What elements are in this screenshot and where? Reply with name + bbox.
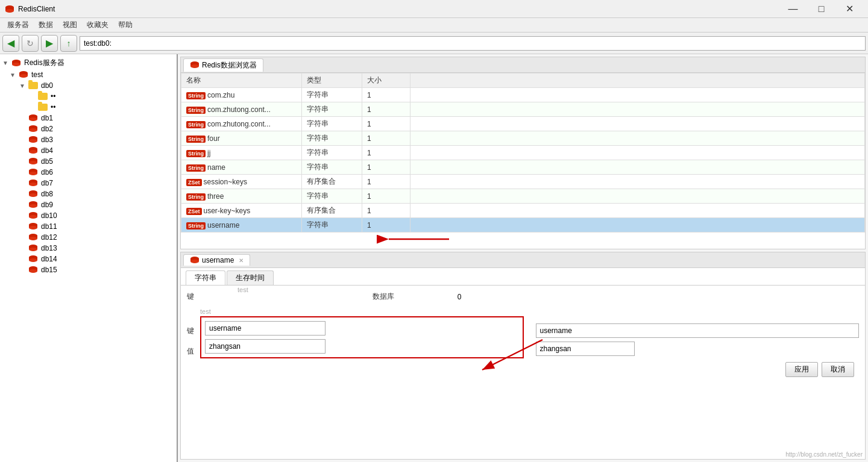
back-button[interactable]: ◀ — [2, 35, 19, 52]
db8-icon — [28, 190, 38, 198]
tree-db9[interactable]: db9 — [0, 199, 177, 210]
subtab-ttl[interactable]: 生存时间 — [227, 270, 274, 285]
tree-db8[interactable]: db8 — [0, 189, 177, 199]
menu-data[interactable]: 数据 — [34, 19, 58, 31]
tree-db13[interactable]: db13 — [0, 243, 177, 254]
subtab-string[interactable]: 字符串 — [186, 270, 225, 285]
apply-button[interactable]: 应用 — [785, 362, 818, 377]
table-row[interactable]: Stringfour 字符串 1 — [181, 131, 865, 146]
table-row[interactable]: Stringcom.zhu 字符串 1 — [181, 88, 865, 102]
table-row[interactable]: ZSetsession~keys 有序集合 1 — [181, 175, 865, 189]
row-name: Stringcom.zhutong.cont... — [181, 102, 302, 117]
row-type: 字符串 — [302, 117, 362, 131]
menu-bar: 服务器 数据 视图 收藏夹 帮助 — [0, 18, 868, 33]
tree-db1[interactable]: db1 — [0, 113, 177, 123]
row-type: 字符串 — [302, 102, 362, 117]
right-panel: Redis数据浏览器 名称 类型 大小 String — [178, 54, 868, 462]
tree-db4[interactable]: db4 — [0, 145, 177, 156]
db4-icon — [28, 146, 38, 155]
row-size: 1 — [362, 175, 410, 189]
row-size: 1 — [362, 88, 410, 102]
forward-button[interactable]: ▶ — [41, 35, 58, 52]
detail-tab[interactable]: username ✕ — [183, 254, 250, 266]
svg-point-47 — [29, 248, 37, 251]
db10-icon — [28, 211, 38, 220]
detail-tab-icon — [190, 256, 200, 264]
folder-icon-2 — [38, 93, 48, 100]
row-type: 有序集合 — [302, 175, 362, 189]
maximize-button[interactable]: □ — [808, 0, 835, 18]
tree-db11[interactable]: db11 — [0, 221, 177, 232]
browser-table: 名称 类型 大小 Stringcom.zhu 字符串 1 Stringcom.z… — [181, 73, 865, 233]
browser-tab[interactable]: Redis数据浏览器 — [183, 58, 263, 72]
svg-point-29 — [29, 183, 37, 186]
tree-db10[interactable]: db10 — [0, 210, 177, 221]
row-extra — [410, 218, 865, 233]
detail-content: 键 test 数据库 0 键 值 — [181, 286, 865, 459]
browser-tab-label: Redis数据浏览器 — [202, 60, 257, 70]
menu-favorites[interactable]: 收藏夹 — [82, 19, 113, 31]
table-row[interactable]: ZSetuser-key~keys 有序集合 1 — [181, 204, 865, 218]
type-badge: String — [186, 164, 206, 172]
db5-icon — [28, 157, 38, 166]
tree-root[interactable]: ▼ Redis服务器 — [0, 57, 177, 69]
key-field[interactable] — [205, 321, 326, 336]
row-size: 1 — [362, 218, 410, 233]
table-row[interactable]: Stringjj 字符串 1 — [181, 146, 865, 160]
tree-db6[interactable]: db6 — [0, 167, 177, 178]
svg-point-38 — [29, 215, 37, 219]
value-field[interactable] — [205, 339, 326, 354]
tree-db0-label: db0 — [41, 81, 53, 90]
row-name: Stringcom.zhu — [181, 88, 302, 102]
minimize-button[interactable]: — — [779, 0, 807, 18]
tree-db13-label: db13 — [41, 244, 57, 252]
detail-close-tab[interactable]: ✕ — [239, 257, 244, 264]
menu-view[interactable]: 视图 — [58, 19, 82, 31]
refresh-button[interactable]: ↻ — [22, 35, 39, 52]
cancel-button[interactable]: 取消 — [822, 362, 854, 377]
row-extra — [410, 131, 865, 146]
row-type: 字符串 — [302, 160, 362, 175]
type-badge: String — [186, 92, 206, 99]
tree-db7[interactable]: db7 — [0, 178, 177, 189]
row-extra — [410, 175, 865, 189]
svg-point-23 — [29, 161, 37, 164]
tree-panel: ▼ Redis服务器 ▼ test — [0, 54, 178, 462]
up-button[interactable]: ↑ — [60, 35, 77, 52]
tree-db12[interactable]: db12 — [0, 232, 177, 243]
table-row[interactable]: Stringname 字符串 1 — [181, 160, 865, 175]
row-extra — [410, 102, 865, 117]
table-row[interactable]: Stringthree 字符串 1 — [181, 189, 865, 204]
menu-server[interactable]: 服务器 — [2, 19, 34, 31]
col-header-extra — [410, 73, 865, 88]
tree-db8-label: db8 — [41, 190, 53, 198]
toolbar: ◀ ↻ ▶ ↑ — [0, 33, 868, 54]
row-size: 1 — [362, 131, 410, 146]
tree-db2[interactable]: db2 — [0, 123, 177, 134]
menu-help[interactable]: 帮助 — [113, 19, 137, 31]
db3-icon — [28, 136, 38, 144]
close-button[interactable]: ✕ — [836, 0, 863, 18]
db-value-field[interactable] — [536, 342, 635, 356]
tree-folder-2[interactable]: •• — [0, 102, 177, 113]
type-badge: String — [186, 136, 206, 143]
tree-db3[interactable]: db3 — [0, 134, 177, 145]
tree-test[interactable]: ▼ test — [0, 69, 177, 80]
tree-db14[interactable]: db14 — [0, 254, 177, 264]
watermark: http://blog.csdn.net/zt_fucker — [785, 451, 863, 458]
tree-db6-label: db6 — [41, 168, 53, 176]
tree-db15[interactable]: db15 — [0, 264, 177, 275]
tree-folder-1[interactable]: •• — [0, 91, 177, 102]
address-bar[interactable] — [80, 36, 866, 51]
col-header-type: 类型 — [302, 73, 362, 88]
tree-db0[interactable]: ▼ db0 — [0, 80, 177, 91]
db-key-field[interactable] — [536, 323, 860, 338]
table-row[interactable]: Stringcom.zhutong.cont... 字符串 1 — [181, 117, 865, 131]
table-row[interactable]: Stringcom.zhutong.cont... 字符串 1 — [181, 102, 865, 117]
table-row[interactable]: Stringusername 字符串 1 — [181, 218, 865, 233]
redis-icon — [11, 59, 21, 67]
db1-icon — [28, 114, 38, 122]
tree-db5[interactable]: db5 — [0, 156, 177, 167]
tree-test-label: test — [31, 70, 43, 79]
detail-panel: username ✕ 字符串 生存时间 键 test 数据库 0 — [180, 252, 866, 460]
